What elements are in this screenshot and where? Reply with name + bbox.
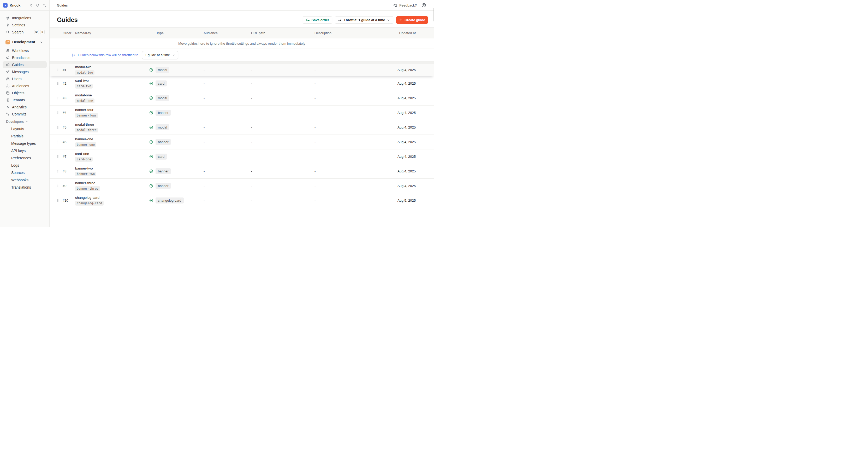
sidebar-item[interactable]: Integrations xyxy=(3,15,47,22)
throttle-setting-button[interactable]: Throttle: 1 guide at a time xyxy=(335,16,393,24)
drag-handle-icon[interactable] xyxy=(56,199,63,202)
guide-key: modal-one xyxy=(75,98,94,103)
throttle-value-dropdown[interactable]: 1 guide at a time xyxy=(142,51,178,59)
throttle-divider-row: Guides below this row will be throttled … xyxy=(50,49,434,61)
developers-section-toggle[interactable]: Developers xyxy=(3,118,47,125)
feedback-button[interactable]: Feedback? xyxy=(393,3,417,7)
guide-type-badge: banner xyxy=(156,139,171,145)
sidebar-item-label: Tenants xyxy=(12,98,25,102)
guide-row[interactable]: #2 card-two card-two card - - - Aug 4, 2… xyxy=(50,76,434,91)
sidebar-item[interactable]: Tenants xyxy=(3,96,47,104)
status-check-icon xyxy=(149,154,153,159)
sidebar-sub-item[interactable]: Partials xyxy=(7,133,47,140)
guide-type-cell: changelog-card xyxy=(149,197,204,203)
sidebar-sub-item[interactable]: Layouts xyxy=(7,125,47,133)
status-check-icon xyxy=(149,68,153,72)
guide-description: - xyxy=(314,154,398,159)
account-menu-icon[interactable] xyxy=(422,3,426,7)
sidebar-sub-item[interactable]: Logs xyxy=(7,162,47,169)
sidebar-item[interactable]: Search ⌘K xyxy=(3,28,47,35)
guide-url-path: - xyxy=(251,184,314,188)
drag-handle-icon[interactable] xyxy=(56,169,63,173)
guide-audience: - xyxy=(204,68,251,72)
sidebar-sub-item[interactable]: Message types xyxy=(7,140,47,147)
main-area: Guides Feedback? Guides Save order Throt… xyxy=(50,0,434,227)
guide-row[interactable]: #1 modal-two modal-two modal - - - Aug 4… xyxy=(50,64,434,76)
guide-name: card-two xyxy=(75,79,149,83)
sidebar-item[interactable]: Messages xyxy=(3,68,47,75)
guide-audience: - xyxy=(204,82,251,85)
guide-updated-at: Aug 4, 2025 xyxy=(398,68,416,72)
guide-row[interactable]: #3 modal-one modal-one modal - - - Aug 4… xyxy=(50,91,434,106)
topbar: Guides Feedback? xyxy=(50,0,434,11)
sidebar-sub-item[interactable]: Sources xyxy=(7,169,47,176)
sidebar-item-label: Broadcasts xyxy=(12,56,30,60)
sidebar-item[interactable]: Settings xyxy=(3,22,47,28)
feedback-label: Feedback? xyxy=(399,3,417,7)
unthrottled-drop-zone[interactable]: Move guides here to ignore the throttle … xyxy=(50,38,434,49)
create-guide-button[interactable]: Create guide xyxy=(396,16,428,24)
guide-row[interactable]: #9 banner-three banner-three banner - - … xyxy=(50,179,434,193)
drag-handle-icon[interactable] xyxy=(56,154,63,159)
guide-name-key: banner-two banner-two xyxy=(75,166,149,176)
sidebar-item[interactable]: Objects xyxy=(3,89,47,96)
sidebar-sub-item[interactable]: API keys xyxy=(7,147,47,154)
drag-handle-icon[interactable] xyxy=(56,96,63,100)
status-check-icon xyxy=(149,96,153,100)
sidebar-item-label: Settings xyxy=(12,23,25,27)
sidebar-sub-item[interactable]: Translations xyxy=(7,183,47,191)
sidebar-item[interactable]: Analytics xyxy=(3,104,47,111)
guide-updated-at: Aug 4, 2025 xyxy=(398,154,416,159)
workspace-switcher-icon[interactable] xyxy=(30,3,33,7)
column-header-name-key: Name/Key xyxy=(75,31,149,35)
row-drop-gap xyxy=(50,61,434,64)
guide-type-cell: modal xyxy=(149,67,204,73)
sidebar-item-label: Commits xyxy=(12,112,26,116)
search-icon[interactable] xyxy=(42,3,46,7)
sidebar-item[interactable]: Guides xyxy=(3,61,47,68)
guide-type-cell: modal xyxy=(149,95,204,101)
guide-name-key: card-one card-one xyxy=(75,152,149,162)
status-check-icon xyxy=(149,199,153,202)
sidebar-item[interactable]: Users xyxy=(3,75,47,82)
drag-handle-icon[interactable] xyxy=(56,82,63,85)
save-order-button[interactable]: Save order xyxy=(303,16,332,24)
sidebar-item-label: Messages xyxy=(12,70,29,74)
guide-url-path: - xyxy=(251,125,314,129)
sidebar-item-label: Guides xyxy=(12,63,24,67)
sidebar-item[interactable]: Audiences xyxy=(3,82,47,89)
sidebar-item[interactable]: Commits xyxy=(3,111,47,118)
guide-updated-at: Aug 4, 2025 xyxy=(398,82,416,85)
vertical-scrollbar[interactable] xyxy=(433,8,433,22)
guide-row[interactable]: #6 banner-one banner-one banner - - - Au… xyxy=(50,135,434,149)
guide-row[interactable]: #4 banner-four banner-four banner - - - … xyxy=(50,106,434,120)
guide-row[interactable]: #8 banner-two banner-two banner - - - Au… xyxy=(50,164,434,179)
developers-sub-list: LayoutsPartialsMessage typesAPI keysPref… xyxy=(7,125,47,191)
notifications-bell-icon[interactable] xyxy=(36,3,40,7)
guide-name-key: changelog-card changelog-card xyxy=(75,196,149,205)
sidebar-item[interactable]: Workflows xyxy=(3,47,47,54)
guide-row[interactable]: #5 modal-three modal-three modal - - - A… xyxy=(50,120,434,135)
drag-handle-icon[interactable] xyxy=(56,68,63,72)
sidebar-sub-item[interactable]: Preferences xyxy=(7,154,47,162)
messages-icon xyxy=(6,70,10,74)
guide-row[interactable]: #10 changelog-card changelog-card change… xyxy=(50,193,434,208)
guide-type-cell: banner xyxy=(149,139,204,145)
drag-handle-icon[interactable] xyxy=(56,125,63,129)
status-check-icon xyxy=(149,125,153,129)
guide-name: modal-three xyxy=(75,122,149,127)
guide-type-cell: banner xyxy=(149,183,204,189)
environment-switcher[interactable]: Development xyxy=(3,38,47,46)
shortcut-keys: ⌘K xyxy=(34,30,45,34)
drag-handle-icon[interactable] xyxy=(56,140,63,144)
sidebar-sub-item[interactable]: Webhooks xyxy=(7,176,47,183)
guide-name-key: banner-three banner-three xyxy=(75,181,149,191)
drag-handle-icon[interactable] xyxy=(56,111,63,115)
integrations-icon xyxy=(6,16,10,20)
guide-description: - xyxy=(314,199,398,202)
guide-name: banner-three xyxy=(75,181,149,185)
guide-key: banner-four xyxy=(75,113,98,118)
sidebar-item[interactable]: Broadcasts xyxy=(3,54,47,61)
guide-row[interactable]: #7 card-one card-one card - - - Aug 4, 2… xyxy=(50,149,434,164)
drag-handle-icon[interactable] xyxy=(56,184,63,188)
